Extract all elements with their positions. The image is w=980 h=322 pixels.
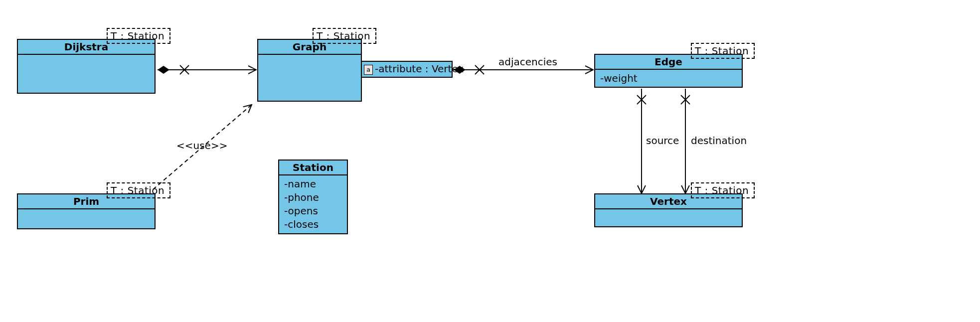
- class-prim: Prim: [17, 193, 156, 229]
- station-attr: -name: [284, 177, 342, 191]
- label-destination: destination: [691, 135, 747, 147]
- template-graph: T : Station: [313, 28, 376, 44]
- station-attr: -phone: [284, 191, 342, 204]
- label-adjacencies: adjacencies: [498, 56, 557, 68]
- class-graph: Graph: [257, 39, 362, 102]
- class-station-attrs: -name -phone -opens -closes: [279, 175, 347, 233]
- class-station-title: Station: [279, 161, 347, 175]
- label-use: <<use>>: [176, 140, 227, 152]
- station-attr: -closes: [284, 218, 342, 231]
- graph-nested-attr: a-attribute : Vertex: [361, 61, 453, 78]
- class-edge: Edge -weight: [594, 54, 743, 88]
- graph-nested-marker-icon: a: [364, 65, 373, 75]
- station-attr: -opens: [284, 204, 342, 218]
- template-prim: T : Station: [107, 182, 170, 198]
- class-station: Station -name -phone -opens -closes: [278, 160, 348, 234]
- class-edge-attrs: -weight: [595, 70, 742, 87]
- class-dijkstra: Dijkstra: [17, 39, 156, 94]
- template-vertex: T : Station: [691, 182, 755, 198]
- edge-attr: -weight: [600, 72, 737, 85]
- template-dijkstra: T : Station: [107, 28, 170, 44]
- template-edge: T : Station: [691, 43, 755, 59]
- class-vertex: Vertex: [594, 193, 743, 227]
- graph-nested-attr-text: -attribute : Vertex: [375, 63, 464, 75]
- label-source: source: [646, 135, 679, 147]
